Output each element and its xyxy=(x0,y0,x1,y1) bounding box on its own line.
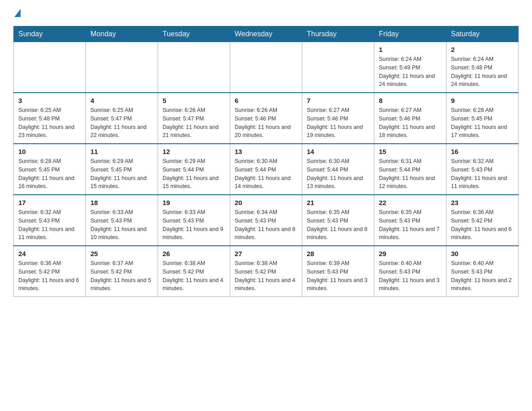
day-info: Sunrise: 6:33 AM Sunset: 5:43 PM Dayligh… xyxy=(163,208,225,242)
day-info: Sunrise: 6:25 AM Sunset: 5:48 PM Dayligh… xyxy=(18,106,81,140)
calendar-week-row: 3Sunrise: 6:25 AM Sunset: 5:48 PM Daylig… xyxy=(14,93,519,144)
day-info: Sunrise: 6:28 AM Sunset: 5:45 PM Dayligh… xyxy=(18,157,81,191)
day-number: 18 xyxy=(90,199,153,206)
day-info: Sunrise: 6:38 AM Sunset: 5:42 PM Dayligh… xyxy=(235,259,297,293)
day-info: Sunrise: 6:29 AM Sunset: 5:45 PM Dayligh… xyxy=(90,157,153,191)
day-number: 29 xyxy=(379,250,442,257)
calendar-cell: 8Sunrise: 6:27 AM Sunset: 5:46 PM Daylig… xyxy=(374,93,446,144)
day-info: Sunrise: 6:24 AM Sunset: 5:49 PM Dayligh… xyxy=(379,55,442,89)
calendar-cell xyxy=(158,42,230,93)
day-number: 21 xyxy=(307,199,369,206)
day-info: Sunrise: 6:27 AM Sunset: 5:46 PM Dayligh… xyxy=(379,106,442,140)
calendar-cell: 22Sunrise: 6:35 AM Sunset: 5:43 PM Dayli… xyxy=(374,195,446,246)
calendar-cell: 2Sunrise: 6:24 AM Sunset: 5:48 PM Daylig… xyxy=(446,42,519,93)
calendar-cell: 15Sunrise: 6:31 AM Sunset: 5:44 PM Dayli… xyxy=(374,144,446,195)
day-number: 6 xyxy=(235,97,297,104)
calendar-cell: 19Sunrise: 6:33 AM Sunset: 5:43 PM Dayli… xyxy=(158,195,230,246)
calendar-header-tuesday: Tuesday xyxy=(158,26,230,42)
calendar-cell: 20Sunrise: 6:34 AM Sunset: 5:43 PM Dayli… xyxy=(230,195,302,246)
logo-text xyxy=(13,9,21,17)
day-number: 9 xyxy=(451,97,514,104)
calendar-cell: 24Sunrise: 6:36 AM Sunset: 5:42 PM Dayli… xyxy=(14,246,86,297)
calendar-cell: 5Sunrise: 6:26 AM Sunset: 5:47 PM Daylig… xyxy=(158,93,230,144)
calendar-cell: 28Sunrise: 6:39 AM Sunset: 5:43 PM Dayli… xyxy=(302,246,374,297)
calendar-cell: 21Sunrise: 6:35 AM Sunset: 5:43 PM Dayli… xyxy=(302,195,374,246)
calendar-week-row: 10Sunrise: 6:28 AM Sunset: 5:45 PM Dayli… xyxy=(14,144,519,195)
day-number: 4 xyxy=(90,97,153,104)
calendar-week-row: 24Sunrise: 6:36 AM Sunset: 5:42 PM Dayli… xyxy=(14,246,519,297)
calendar-cell: 12Sunrise: 6:29 AM Sunset: 5:44 PM Dayli… xyxy=(158,144,230,195)
calendar-cell: 25Sunrise: 6:37 AM Sunset: 5:42 PM Dayli… xyxy=(86,246,158,297)
calendar-cell: 11Sunrise: 6:29 AM Sunset: 5:45 PM Dayli… xyxy=(86,144,158,195)
day-number: 20 xyxy=(235,199,297,206)
logo-triangle-icon xyxy=(14,9,21,17)
calendar-cell: 9Sunrise: 6:28 AM Sunset: 5:45 PM Daylig… xyxy=(446,93,519,144)
day-number: 27 xyxy=(235,250,297,257)
logo xyxy=(13,9,21,17)
calendar-header-row: SundayMondayTuesdayWednesdayThursdayFrid… xyxy=(14,26,519,42)
calendar-cell xyxy=(86,42,158,93)
calendar-cell: 10Sunrise: 6:28 AM Sunset: 5:45 PM Dayli… xyxy=(14,144,86,195)
day-number: 13 xyxy=(235,148,297,155)
day-info: Sunrise: 6:33 AM Sunset: 5:43 PM Dayligh… xyxy=(90,208,153,242)
day-info: Sunrise: 6:35 AM Sunset: 5:43 PM Dayligh… xyxy=(379,208,442,242)
day-info: Sunrise: 6:39 AM Sunset: 5:43 PM Dayligh… xyxy=(307,259,369,293)
day-number: 28 xyxy=(307,250,369,257)
calendar-header-thursday: Thursday xyxy=(302,26,374,42)
day-number: 12 xyxy=(163,148,225,155)
calendar-cell: 23Sunrise: 6:36 AM Sunset: 5:42 PM Dayli… xyxy=(446,195,519,246)
day-number: 23 xyxy=(451,199,514,206)
day-number: 26 xyxy=(163,250,225,257)
calendar-header-saturday: Saturday xyxy=(446,26,519,42)
calendar-cell xyxy=(302,42,374,93)
calendar-cell: 27Sunrise: 6:38 AM Sunset: 5:42 PM Dayli… xyxy=(230,246,302,297)
day-info: Sunrise: 6:35 AM Sunset: 5:43 PM Dayligh… xyxy=(307,208,369,242)
day-info: Sunrise: 6:29 AM Sunset: 5:44 PM Dayligh… xyxy=(163,157,225,191)
day-info: Sunrise: 6:24 AM Sunset: 5:48 PM Dayligh… xyxy=(451,55,514,89)
day-info: Sunrise: 6:36 AM Sunset: 5:42 PM Dayligh… xyxy=(18,259,81,293)
page-header xyxy=(13,9,519,17)
day-number: 15 xyxy=(379,148,442,155)
calendar-header-friday: Friday xyxy=(374,26,446,42)
day-number: 17 xyxy=(18,199,81,206)
day-info: Sunrise: 6:38 AM Sunset: 5:42 PM Dayligh… xyxy=(163,259,225,293)
day-info: Sunrise: 6:30 AM Sunset: 5:44 PM Dayligh… xyxy=(235,157,297,191)
day-info: Sunrise: 6:36 AM Sunset: 5:42 PM Dayligh… xyxy=(451,208,514,242)
day-info: Sunrise: 6:32 AM Sunset: 5:43 PM Dayligh… xyxy=(451,157,514,191)
calendar-cell: 4Sunrise: 6:25 AM Sunset: 5:47 PM Daylig… xyxy=(86,93,158,144)
day-info: Sunrise: 6:40 AM Sunset: 5:43 PM Dayligh… xyxy=(379,259,442,293)
calendar-cell xyxy=(230,42,302,93)
day-number: 2 xyxy=(451,46,514,53)
calendar-cell: 30Sunrise: 6:40 AM Sunset: 5:43 PM Dayli… xyxy=(446,246,519,297)
calendar-header-wednesday: Wednesday xyxy=(230,26,302,42)
calendar-cell: 17Sunrise: 6:32 AM Sunset: 5:43 PM Dayli… xyxy=(14,195,86,246)
calendar-table: SundayMondayTuesdayWednesdayThursdayFrid… xyxy=(13,26,519,297)
calendar-header-monday: Monday xyxy=(86,26,158,42)
day-info: Sunrise: 6:27 AM Sunset: 5:46 PM Dayligh… xyxy=(307,106,369,140)
day-number: 19 xyxy=(163,199,225,206)
day-number: 14 xyxy=(307,148,369,155)
calendar-header-sunday: Sunday xyxy=(14,26,86,42)
day-info: Sunrise: 6:31 AM Sunset: 5:44 PM Dayligh… xyxy=(379,157,442,191)
calendar-cell: 7Sunrise: 6:27 AM Sunset: 5:46 PM Daylig… xyxy=(302,93,374,144)
day-number: 11 xyxy=(90,148,153,155)
calendar-week-row: 17Sunrise: 6:32 AM Sunset: 5:43 PM Dayli… xyxy=(14,195,519,246)
day-number: 24 xyxy=(18,250,81,257)
day-number: 22 xyxy=(379,199,442,206)
day-info: Sunrise: 6:26 AM Sunset: 5:46 PM Dayligh… xyxy=(235,106,297,140)
day-number: 30 xyxy=(451,250,514,257)
day-info: Sunrise: 6:34 AM Sunset: 5:43 PM Dayligh… xyxy=(235,208,297,242)
day-info: Sunrise: 6:26 AM Sunset: 5:47 PM Dayligh… xyxy=(163,106,225,140)
day-number: 16 xyxy=(451,148,514,155)
calendar-week-row: 1Sunrise: 6:24 AM Sunset: 5:49 PM Daylig… xyxy=(14,42,519,93)
calendar-cell: 6Sunrise: 6:26 AM Sunset: 5:46 PM Daylig… xyxy=(230,93,302,144)
day-info: Sunrise: 6:30 AM Sunset: 5:44 PM Dayligh… xyxy=(307,157,369,191)
calendar-cell: 18Sunrise: 6:33 AM Sunset: 5:43 PM Dayli… xyxy=(86,195,158,246)
calendar-cell: 14Sunrise: 6:30 AM Sunset: 5:44 PM Dayli… xyxy=(302,144,374,195)
day-number: 5 xyxy=(163,97,225,104)
calendar-cell xyxy=(14,42,86,93)
day-number: 3 xyxy=(18,97,81,104)
day-info: Sunrise: 6:25 AM Sunset: 5:47 PM Dayligh… xyxy=(90,106,153,140)
calendar-cell: 26Sunrise: 6:38 AM Sunset: 5:42 PM Dayli… xyxy=(158,246,230,297)
day-number: 25 xyxy=(90,250,153,257)
